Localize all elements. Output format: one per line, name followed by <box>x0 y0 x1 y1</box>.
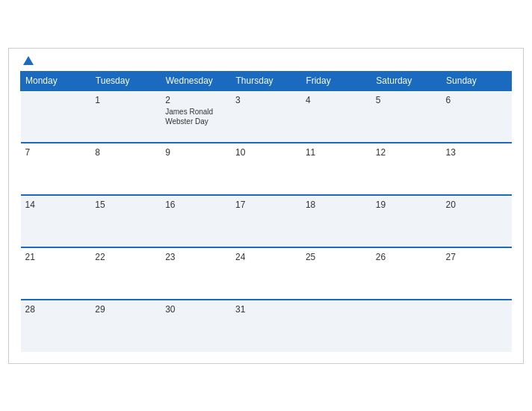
logo <box>20 56 34 65</box>
day-number: 2 <box>165 95 226 105</box>
week-row-2: 78910111213 <box>21 143 512 195</box>
calendar-cell: 8 <box>90 143 161 195</box>
calendar-cell: 22 <box>90 247 161 300</box>
calendar-cell: 15 <box>90 195 161 247</box>
day-number: 16 <box>165 200 226 210</box>
week-row-1: 12James Ronald Webster Day3456 <box>21 90 512 143</box>
calendar-cell: 3 <box>231 90 301 143</box>
calendar-cell: 1 <box>90 90 161 143</box>
calendar-cell: 29 <box>90 300 161 352</box>
day-number: 21 <box>25 252 87 262</box>
week-row-5: 28293031 <box>21 300 512 352</box>
calendar-cell: 19 <box>371 195 442 247</box>
calendar-container: MondayTuesdayWednesdayThursdayFridaySatu… <box>8 48 524 364</box>
calendar-cell: 24 <box>231 247 301 300</box>
calendar-cell: 30 <box>161 300 231 352</box>
calendar-cell: 11 <box>301 143 371 195</box>
day-number: 18 <box>306 200 367 210</box>
day-number: 19 <box>376 200 437 210</box>
event-text: James Ronald Webster Day <box>165 107 226 126</box>
day-number: 23 <box>165 252 226 262</box>
week-row-3: 14151617181920 <box>21 195 512 247</box>
calendar-cell: 23 <box>161 247 231 300</box>
day-number: 13 <box>446 147 507 158</box>
day-number: 3 <box>235 95 297 105</box>
calendar-cell: 6 <box>442 90 512 143</box>
day-number: 22 <box>95 252 156 262</box>
calendar-cell: 14 <box>21 195 91 247</box>
calendar-cell <box>21 90 91 143</box>
day-number: 29 <box>95 304 156 315</box>
calendar-cell: 5 <box>371 90 442 143</box>
day-number: 30 <box>165 304 226 315</box>
calendar-cell <box>371 300 442 352</box>
calendar-cell: 16 <box>161 195 231 247</box>
day-number: 1 <box>95 95 156 105</box>
weekday-header-friday: Friday <box>301 71 371 90</box>
logo-blue-text <box>20 56 34 65</box>
calendar-cell: 25 <box>301 247 371 300</box>
weekday-header-thursday: Thursday <box>231 71 301 90</box>
day-number: 20 <box>446 200 507 210</box>
weekday-header-sunday: Sunday <box>442 71 512 90</box>
weekday-header-row: MondayTuesdayWednesdayThursdayFridaySatu… <box>21 71 512 90</box>
calendar-cell <box>301 300 371 352</box>
calendar-header <box>20 56 512 65</box>
day-number: 9 <box>165 147 226 158</box>
calendar-cell: 2James Ronald Webster Day <box>161 90 231 143</box>
day-number: 27 <box>446 252 507 262</box>
day-number: 10 <box>235 147 297 158</box>
day-number: 8 <box>95 147 156 158</box>
day-number: 11 <box>306 147 367 158</box>
day-number: 4 <box>306 95 367 105</box>
day-number: 6 <box>446 95 507 105</box>
logo-triangle-icon <box>23 56 34 65</box>
calendar-cell: 28 <box>21 300 91 352</box>
calendar-cell: 18 <box>301 195 371 247</box>
weekday-header-monday: Monday <box>21 71 91 90</box>
calendar-cell: 20 <box>442 195 512 247</box>
day-number: 24 <box>235 252 297 262</box>
calendar-cell: 7 <box>21 143 91 195</box>
day-number: 15 <box>95 200 156 210</box>
day-number: 5 <box>376 95 437 105</box>
day-number: 17 <box>235 200 297 210</box>
calendar-cell: 31 <box>231 300 301 352</box>
weekday-header-saturday: Saturday <box>371 71 442 90</box>
weekday-header-wednesday: Wednesday <box>161 71 231 90</box>
day-number: 25 <box>306 252 367 262</box>
day-number: 14 <box>25 200 87 210</box>
day-number: 12 <box>376 147 437 158</box>
calendar-cell: 26 <box>371 247 442 300</box>
day-number: 31 <box>235 304 297 315</box>
calendar-cell <box>442 300 512 352</box>
calendar-table: MondayTuesdayWednesdayThursdayFridaySatu… <box>20 71 512 352</box>
calendar-cell: 17 <box>231 195 301 247</box>
calendar-cell: 27 <box>442 247 512 300</box>
day-number: 26 <box>376 252 437 262</box>
calendar-cell: 9 <box>161 143 231 195</box>
weekday-header-tuesday: Tuesday <box>90 71 161 90</box>
calendar-cell: 13 <box>442 143 512 195</box>
day-number: 7 <box>25 147 87 158</box>
calendar-cell: 10 <box>231 143 301 195</box>
day-number: 28 <box>25 304 87 315</box>
calendar-cell: 4 <box>301 90 371 143</box>
calendar-cell: 12 <box>371 143 442 195</box>
calendar-cell: 21 <box>21 247 91 300</box>
week-row-4: 21222324252627 <box>21 247 512 300</box>
